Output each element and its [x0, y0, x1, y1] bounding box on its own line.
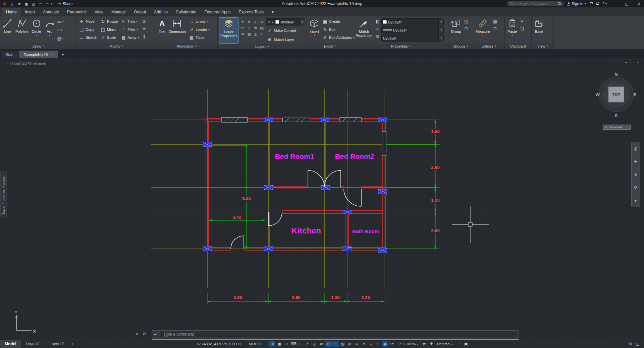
- explode-icon[interactable]: ✳: [141, 26, 147, 32]
- ribbon-tab-manage[interactable]: Manage: [107, 8, 130, 16]
- ribbon-tab-featured-apps[interactable]: Featured Apps: [200, 8, 234, 16]
- selection-filtering-toggle[interactable]: ▽: [368, 341, 374, 347]
- open-file-icon[interactable]: ▱: [16, 2, 23, 6]
- object-snap-3d-toggle[interactable]: ⊛: [354, 341, 360, 347]
- arc-dropdown-icon[interactable]: ▾: [49, 33, 50, 38]
- group-edit-icon[interactable]: ⊡: [463, 26, 469, 32]
- customization-button[interactable]: ⚙: [628, 341, 634, 347]
- annotation-scale-button[interactable]: 1:1 / 100% ▾: [398, 342, 418, 346]
- clean-screen-button[interactable]: ◻: [635, 341, 641, 347]
- fillet-dropdown-icon[interactable]: ▾: [137, 28, 138, 31]
- isometric-drafting-toggle[interactable]: ◇: [311, 341, 318, 347]
- ribbon-tab-collaborate[interactable]: Collaborate: [172, 8, 200, 16]
- viewport-view-control[interactable]: [Top]: [12, 61, 20, 65]
- table-button[interactable]: ▦Table: [188, 33, 211, 42]
- command-close-icon[interactable]: ✕: [136, 332, 139, 336]
- dimension-text-bottom-1[interactable]: 3.60: [233, 295, 242, 300]
- leader-dropdown-icon[interactable]: ▾: [208, 28, 210, 31]
- ribbon-tab-insert[interactable]: Insert: [21, 8, 39, 16]
- orbit-icon[interactable]: ⟳: [634, 185, 638, 190]
- measure-dropdown-icon[interactable]: ▾: [482, 33, 483, 38]
- scale-button[interactable]: ⇗Scale: [99, 33, 119, 42]
- layout-tab-layout1[interactable]: Layout1: [21, 340, 45, 348]
- new-drawing-tab-button[interactable]: +: [59, 50, 67, 58]
- viewport-style-control[interactable]: [2D Wireframe]: [21, 61, 46, 65]
- dimension-text-inner-horizontal[interactable]: 3.42: [232, 215, 241, 220]
- linetype-dropdown[interactable]: ByLayer ▾: [381, 34, 444, 42]
- match-layer-button[interactable]: ≣Match Layer: [266, 36, 305, 44]
- copy-button[interactable]: ❏Copy: [78, 25, 98, 33]
- new-file-icon[interactable]: ▯: [9, 2, 16, 6]
- dynamic-ucs-toggle[interactable]: ∆: [361, 341, 367, 347]
- hatch-button[interactable]: ▨▾: [57, 34, 64, 43]
- layer-walk-icon[interactable]: ▤: [260, 26, 263, 30]
- trim-button[interactable]: ✂Trim▾: [120, 17, 140, 25]
- rotate-button[interactable]: ↻Rotate: [99, 17, 119, 25]
- grid-display-toggle[interactable]: ⊞: [269, 341, 275, 347]
- lineweight-dropdown[interactable]: ByLayer ▾: [381, 26, 444, 33]
- panel-label-modify[interactable]: Modify▾: [76, 43, 156, 49]
- dimension-text-inner-vertical[interactable]: 6.25: [242, 196, 251, 201]
- modify-panel-expand-icon[interactable]: ▾: [122, 45, 123, 48]
- notification-bell-icon[interactable]: [596, 2, 600, 6]
- units-button[interactable]: Decimal ▾: [437, 342, 453, 346]
- layer-previous-icon[interactable]: ⟲: [254, 26, 257, 30]
- selection-cycling-toggle[interactable]: ⊚: [346, 341, 353, 347]
- ellipse-button[interactable]: ○▾: [57, 26, 64, 34]
- arc-button[interactable]: Arc ▾: [44, 17, 56, 43]
- gizmo-toggle[interactable]: ✛: [375, 341, 381, 347]
- command-customize-icon[interactable]: ⚙: [143, 332, 146, 336]
- search-icon[interactable]: [558, 2, 561, 6]
- quick-calculator-icon[interactable]: ⊞: [492, 26, 498, 32]
- save-icon[interactable]: ▣: [23, 2, 30, 6]
- file-tab-drawing[interactable]: ExampleNo.19 ✕: [19, 50, 58, 58]
- layer-dropdown-arrow-icon[interactable]: ▾: [300, 19, 305, 25]
- layer-off-icon[interactable]: ⊘: [260, 20, 263, 24]
- layer-dropdown[interactable]: ☀ ◐ Window ▾: [266, 18, 305, 25]
- properties-lineweight-icon[interactable]: ≡: [374, 26, 380, 32]
- array-dropdown-icon[interactable]: ▾: [138, 36, 139, 39]
- object-snap-tracking-toggle[interactable]: ⊕: [318, 341, 325, 347]
- viewport-minimize-icon[interactable]: ─: [625, 61, 627, 64]
- dimension-text-right-1[interactable]: 1.50: [431, 129, 439, 134]
- layer-on-icon[interactable]: ☀: [241, 20, 245, 24]
- annotation-monitor-toggle[interactable]: ✚: [428, 341, 434, 347]
- navbar-more-icon[interactable]: ▾: [635, 198, 637, 203]
- floor-plan[interactable]: 1.50 2.80 1.20 2.50 3.60 3.60 1.35 2.25 …: [0, 58, 644, 340]
- redo-icon[interactable]: ↷: [44, 2, 51, 6]
- layer-match-icon[interactable]: ≣: [241, 32, 244, 36]
- edit-attributes-button[interactable]: ✐Edit Attributes▾: [321, 33, 356, 42]
- viewcube-top-label[interactable]: TOP: [612, 92, 620, 97]
- leader-button[interactable]: ↗Leader▾: [188, 25, 211, 33]
- paste-button[interactable]: Paste ▾: [506, 17, 518, 43]
- autocad-logo-icon[interactable]: A: [0, 1, 9, 6]
- room-label-bedroom2[interactable]: Bed Room2: [335, 152, 374, 160]
- linear-button[interactable]: ↔Linear▾: [188, 17, 211, 25]
- text-button[interactable]: A Text ▾: [158, 17, 166, 43]
- full-navigation-wheel-icon[interactable]: ◎: [634, 146, 637, 151]
- ribbon-tab-addins[interactable]: Add-ins: [150, 8, 172, 16]
- dimension-text-bottom-3[interactable]: 1.35: [331, 295, 339, 300]
- rectangle-button[interactable]: ▭▾: [57, 17, 64, 26]
- match-properties-button[interactable]: Match Properties: [355, 17, 373, 43]
- erase-icon[interactable]: ⊘: [141, 18, 147, 24]
- ribbon-tab-annotate[interactable]: Annotate: [39, 8, 63, 16]
- properties-panel-expand-icon[interactable]: ▾: [409, 45, 411, 48]
- properties-list-icon[interactable]: ◧: [374, 18, 380, 24]
- dimension-text-right-2[interactable]: 2.80: [431, 165, 439, 170]
- room-label-kitchen[interactable]: Kitchen: [291, 226, 321, 235]
- draw-panel-expand-icon[interactable]: ▾: [42, 45, 44, 48]
- dimension-text-bottom-2[interactable]: 3.60: [292, 295, 300, 300]
- room-label-bedroom1[interactable]: Bed Room1: [275, 152, 314, 160]
- layer-edit-icon[interactable]: ✏: [241, 26, 244, 30]
- circle-dropdown-icon[interactable]: ▾: [36, 33, 37, 38]
- measure-button[interactable]: Measure ▾: [475, 17, 491, 43]
- trim-dropdown-icon[interactable]: ▾: [136, 20, 138, 23]
- viewport-restore-icon[interactable]: ▫: [631, 61, 633, 64]
- lineweight-dropdown-icon[interactable]: ▾: [438, 27, 443, 33]
- rectangle-dropdown-icon[interactable]: ▾: [62, 20, 64, 23]
- app-store-cart-icon[interactable]: [589, 2, 593, 6]
- command-line[interactable]: ▸ ▾ Type a command: [152, 330, 519, 338]
- layer-properties-manager-tab[interactable]: Layer Properties Manager: [0, 171, 7, 218]
- viewcube-east-label[interactable]: E: [634, 92, 637, 97]
